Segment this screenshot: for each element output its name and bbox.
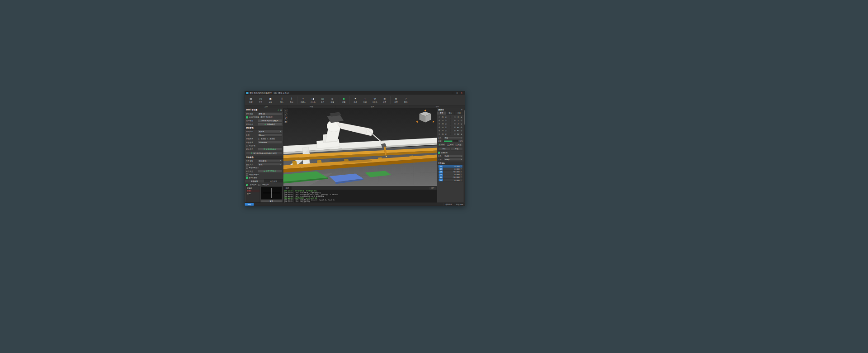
toolbar-button-import[interactable]: ⇓导入 bbox=[277, 95, 287, 105]
multi-pass-checkbox[interactable]: ✓ bbox=[246, 145, 248, 147]
jog-minus-button[interactable]: − bbox=[454, 123, 457, 125]
button-label: 停止 bbox=[458, 144, 462, 146]
right-panel-title: 操作台 bbox=[439, 108, 444, 111]
viewport-3d[interactable]: ⌂ ⤢ ↺ ▦ bbox=[283, 108, 437, 186]
memory-pose-button[interactable]: ⟳ 将当前焊枪姿态设为默认 (记忆) bbox=[246, 152, 282, 155]
right-panel-scrollbar[interactable] bbox=[464, 108, 465, 203]
table-row[interactable]: J60.000 ° bbox=[439, 179, 463, 181]
tool-frame-select[interactable]: Tool0▾ bbox=[444, 155, 463, 157]
home-view-button[interactable]: ⌂ bbox=[284, 109, 288, 112]
tab-tool-jog[interactable]: 工具 bbox=[455, 112, 464, 115]
guide-type-select[interactable]: 起始/终点▾ bbox=[258, 159, 282, 162]
jog-minus-button[interactable]: − bbox=[454, 133, 457, 135]
leg-left-input[interactable]: 6 mm bbox=[260, 138, 266, 140]
jog-plus-button[interactable]: + bbox=[445, 133, 448, 135]
list-item[interactable]: 轨迹1 bbox=[246, 192, 260, 195]
panel-menu-icon[interactable]: ≡ bbox=[461, 109, 462, 111]
jog-plus-button[interactable]: + bbox=[460, 129, 463, 132]
orbit-button[interactable]: ↺ bbox=[284, 116, 288, 119]
jog-minus-button[interactable]: − bbox=[438, 133, 441, 135]
plate-thickness-input[interactable]: 25 mm bbox=[258, 134, 282, 137]
toolbar-button-calibration[interactable]: ⊹标定 bbox=[360, 95, 370, 105]
tab-log[interactable]: 日志 bbox=[283, 186, 292, 190]
jog-plus-button[interactable]: + bbox=[460, 126, 463, 129]
jog-plus-button[interactable]: + bbox=[445, 126, 448, 129]
toolbar-button-new[interactable]: ▤新建 bbox=[246, 95, 256, 105]
tab-joint-jog[interactable]: 关节 bbox=[437, 112, 446, 115]
jog-plus-button[interactable]: + bbox=[460, 133, 463, 135]
toolbar-button-help[interactable]: ?帮助 bbox=[401, 95, 410, 105]
update-torch-pose-button[interactable]: ⟳更新焊枪姿态 bbox=[258, 148, 282, 151]
run-button[interactable]: ▶运行 bbox=[438, 143, 446, 147]
jog-minus-button[interactable]: − bbox=[438, 123, 441, 125]
apply-icon[interactable]: ✓ bbox=[278, 109, 279, 111]
collision-check-checkbox[interactable]: ✓ bbox=[438, 152, 440, 154]
show-all-checkbox[interactable]: ✓ bbox=[246, 184, 248, 186]
jog-minus-button[interactable]: − bbox=[454, 116, 457, 119]
stop-button[interactable]: ■停止 bbox=[455, 143, 462, 147]
toolbar-button-tools[interactable]: ✦工具 bbox=[351, 95, 360, 105]
toolbar-button-save[interactable]: ▣保存 bbox=[266, 95, 275, 105]
hide-others-checkbox[interactable]: ✓ bbox=[246, 173, 248, 176]
toolbar-button-weld-seam[interactable]: ≋焊缝 bbox=[328, 95, 337, 105]
jog-minus-button[interactable]: − bbox=[438, 129, 441, 132]
jog-minus-button[interactable]: − bbox=[454, 126, 457, 129]
button-label: 暂停 bbox=[450, 144, 454, 146]
toolbar-button-export[interactable]: ⇑导出 bbox=[287, 95, 297, 105]
scrollbar-thumb[interactable] bbox=[464, 110, 465, 125]
layout-preview-thumbnail[interactable] bbox=[261, 187, 282, 200]
toolbar-button-postprocess[interactable]: ≣后置 bbox=[380, 95, 389, 105]
toolbar-button-positioner[interactable]: ◨变位机 bbox=[308, 95, 318, 105]
workobject-frame-select[interactable]: Wobj0▾ bbox=[444, 158, 463, 161]
pick-start-point-button[interactable]: ✛拾取起始点 bbox=[258, 123, 282, 126]
tab-point-settings[interactable]: 点位设置 bbox=[264, 180, 283, 183]
toolbar-button-open[interactable]: ◳打开 bbox=[256, 95, 265, 105]
select-value: Wobj0 bbox=[445, 158, 461, 161]
pause-button[interactable]: ❚❚暂停 bbox=[447, 143, 454, 147]
speed-slider[interactable] bbox=[444, 140, 458, 142]
toolbar-button-settings[interactable]: ⚙设置 bbox=[392, 95, 401, 105]
jog-plus-button[interactable]: + bbox=[445, 119, 448, 122]
manual-pose-checkbox[interactable]: ✓ bbox=[246, 167, 248, 169]
step-size-select[interactable]: 连续▾ bbox=[444, 137, 463, 139]
jog-plus-button[interactable]: + bbox=[460, 119, 463, 122]
approach-select[interactable]: 直线▾ bbox=[258, 163, 282, 166]
reset-pose-button[interactable]: 复位 bbox=[451, 148, 463, 151]
log-output[interactable]: [10:41:52] 工程加载完成：龙门焊接工作站 [10:41:53] INF… bbox=[283, 190, 437, 203]
close-button[interactable]: ✕ bbox=[460, 92, 464, 94]
hide-all-checkbox[interactable]: ✓ bbox=[259, 184, 261, 186]
jog-minus-button[interactable]: − bbox=[438, 116, 441, 119]
jog-plus-button[interactable]: + bbox=[460, 123, 463, 125]
field-label: 工具 bbox=[438, 155, 443, 157]
toolbar-button-simulate[interactable]: ●仿真 bbox=[339, 95, 349, 105]
update-guide-pose-button[interactable]: ⟳更新引导姿态 bbox=[258, 170, 282, 173]
clear-log-button[interactable]: 清空 bbox=[429, 187, 436, 190]
jog-minus-button[interactable]: − bbox=[438, 119, 441, 122]
jog-minus-button[interactable]: − bbox=[438, 126, 441, 129]
jog-plus-button[interactable]: + bbox=[445, 129, 448, 132]
toolbar-button-workpiece[interactable]: ◫工件 bbox=[318, 95, 327, 105]
home-button[interactable]: 回零 bbox=[438, 148, 450, 151]
zoom-fit-button[interactable]: ⤢ bbox=[284, 113, 288, 116]
jog-minus-button[interactable]: − bbox=[454, 129, 457, 132]
jog-plus-button[interactable]: + bbox=[460, 116, 463, 119]
toolbar-button-robot[interactable]: ⌖机器人 bbox=[298, 95, 308, 105]
show-weldline-checkbox[interactable]: ✓ bbox=[246, 176, 248, 179]
jog-plus-button[interactable]: + bbox=[445, 123, 448, 125]
weld-type-select[interactable]: 平焊缝▾ bbox=[258, 130, 282, 133]
auto-detect-checkbox[interactable]: ✓ bbox=[246, 116, 248, 119]
jog-plus-button[interactable]: + bbox=[445, 116, 448, 119]
close-panel-button[interactable]: ✕ bbox=[280, 109, 282, 111]
tab-cartesian-jog[interactable]: 直角 bbox=[446, 112, 455, 115]
leg-right-input[interactable]: 6 mm bbox=[269, 138, 275, 140]
weld-name-input[interactable]: 焊缝-01 bbox=[258, 113, 282, 115]
weld-speed-input[interactable]: 50 cm/min bbox=[258, 141, 282, 144]
tab-ui-settings[interactable]: 界面设置 bbox=[245, 180, 264, 183]
jog-minus-button[interactable]: − bbox=[454, 119, 457, 122]
minimize-button[interactable]: — bbox=[451, 92, 455, 94]
left-panel-header: 焊缝引导设置 ✓ ✕ bbox=[245, 108, 283, 112]
toolbar-button-coordinate[interactable]: ⊕坐标系 bbox=[370, 95, 380, 105]
select-plates-button[interactable]: 识别并选择待焊接板材 bbox=[258, 119, 282, 122]
maximize-button[interactable]: □ bbox=[455, 92, 459, 94]
grid-toggle-button[interactable]: ▦ bbox=[284, 120, 288, 123]
